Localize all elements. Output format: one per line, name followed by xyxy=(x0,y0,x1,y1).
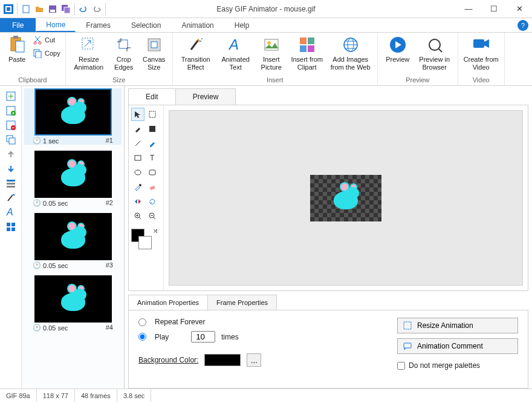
divider xyxy=(17,3,18,15)
canvas-size-button[interactable]: Canvas Size xyxy=(140,34,169,73)
repeat-forever-row[interactable]: Repeat Forever xyxy=(138,318,373,326)
frame-item[interactable]: 🕐0.05 sec#3 xyxy=(24,213,122,269)
tool-fill-rect[interactable] xyxy=(146,122,159,136)
play-times-row[interactable]: Play times xyxy=(138,331,373,342)
tool-brush[interactable] xyxy=(131,122,144,136)
tool-flip[interactable] xyxy=(131,195,144,208)
save-icon[interactable] xyxy=(47,3,59,15)
file-menu[interactable]: File xyxy=(0,18,36,32)
tool-pointer[interactable] xyxy=(131,108,144,121)
resize-animation-button[interactable]: Resize Animation xyxy=(70,34,108,73)
frame-item[interactable]: 🕐0.05 sec#2 xyxy=(24,151,122,207)
svg-rect-3 xyxy=(23,5,29,13)
play-radio[interactable] xyxy=(138,333,146,341)
tool-rotate[interactable] xyxy=(146,195,159,208)
tool-rounded-rect[interactable] xyxy=(146,166,159,179)
undo-icon[interactable] xyxy=(77,3,89,15)
tool-marquee[interactable] xyxy=(146,108,159,121)
tab-frame-properties[interactable]: Frame Properties xyxy=(207,295,277,310)
rail-duplicate-icon[interactable] xyxy=(4,133,18,146)
tool-zoom-in[interactable] xyxy=(131,209,144,223)
bg-color-picker-button[interactable]: ... xyxy=(247,353,261,367)
tool-rect[interactable] xyxy=(131,151,144,165)
animated-text-button[interactable]: AAnimated Text xyxy=(216,34,255,73)
tab-selection[interactable]: Selection xyxy=(121,18,171,32)
preview-button[interactable]: Preview xyxy=(381,34,414,65)
svg-rect-26 xyxy=(300,45,307,52)
frame-item[interactable]: 🕐0.05 sec#4 xyxy=(24,275,122,332)
tool-zoom-out[interactable] xyxy=(146,209,159,223)
animation-comment-button[interactable]: Animation Comment xyxy=(397,338,518,354)
maximize-button[interactable]: ☐ xyxy=(481,1,507,18)
menu-bar: File Home Frames Selection Animation Hel… xyxy=(0,18,532,33)
frame-item[interactable]: 🕐1 sec#1 xyxy=(24,88,122,145)
svg-point-23 xyxy=(267,41,271,45)
tab-preview[interactable]: Preview xyxy=(175,88,236,105)
svg-point-19 xyxy=(200,41,201,42)
svg-rect-48 xyxy=(11,228,15,231)
rail-move-up-icon[interactable] xyxy=(4,148,18,161)
swap-colors-icon[interactable]: ⤭ xyxy=(153,228,158,234)
cut-button[interactable]: Cut xyxy=(31,34,62,46)
new-icon[interactable] xyxy=(20,3,32,15)
color-swatches[interactable]: ⤭ xyxy=(131,229,155,251)
tab-help[interactable]: Help xyxy=(224,18,260,32)
redo-icon[interactable] xyxy=(91,3,103,15)
tab-edit[interactable]: Edit xyxy=(128,88,176,105)
tool-eraser[interactable] xyxy=(146,180,159,194)
tool-text[interactable]: T xyxy=(146,151,159,165)
rail-effects-icon[interactable] xyxy=(4,191,18,205)
tab-animation-properties[interactable]: Animation Properties xyxy=(128,295,208,310)
ribbon-group-clipboard: Paste Cut Copy Clipboard xyxy=(0,33,66,85)
paste-button[interactable]: Paste xyxy=(4,34,30,65)
play-count-input[interactable] xyxy=(191,331,215,342)
tool-pencil[interactable] xyxy=(146,137,159,150)
tab-home[interactable]: Home xyxy=(36,18,76,32)
minimize-button[interactable]: — xyxy=(456,1,481,18)
transition-effect-button[interactable]: Transition Effect xyxy=(177,34,215,73)
close-button[interactable]: ✕ xyxy=(507,1,532,18)
rail-add-frame-icon[interactable] xyxy=(4,90,18,103)
rail-move-down-icon[interactable] xyxy=(4,162,18,175)
svg-point-31 xyxy=(429,39,440,50)
clock-icon: 🕐 xyxy=(33,324,41,332)
svg-rect-46 xyxy=(11,223,15,226)
tab-frames[interactable]: Frames xyxy=(76,18,121,32)
canvas-viewport[interactable] xyxy=(169,110,523,286)
svg-rect-5 xyxy=(50,10,55,12)
create-from-video-button[interactable]: Create from Video xyxy=(462,34,501,73)
preview-browser-button[interactable]: Preview in Browser xyxy=(415,34,454,73)
tab-animation[interactable]: Animation xyxy=(171,18,224,32)
frame-list[interactable]: 🕐1 sec#1 🕐0.05 sec#2 🕐0.05 sec#3 🕐0.05 s… xyxy=(22,86,125,388)
resize-animation-side-button[interactable]: Resize Animation xyxy=(397,318,518,333)
rail-properties-icon[interactable] xyxy=(4,177,18,190)
add-images-web-button[interactable]: Add Images from the Web xyxy=(328,34,374,73)
bg-color-swatch[interactable] xyxy=(204,354,241,366)
clock-icon: 🕐 xyxy=(33,137,41,145)
svg-text:A: A xyxy=(6,207,13,217)
insert-picture-button[interactable]: Insert Picture xyxy=(256,34,287,73)
rail-grid-icon[interactable] xyxy=(4,220,18,234)
tool-line[interactable] xyxy=(131,137,144,150)
bg-color-label: Background Color: xyxy=(138,356,198,364)
help-icon[interactable]: ? xyxy=(517,20,528,31)
clock-icon: 🕐 xyxy=(33,261,41,269)
tool-ellipse[interactable] xyxy=(131,166,144,179)
status-format: GIF 89a xyxy=(0,389,37,402)
tool-eyedropper[interactable] xyxy=(131,180,144,194)
svg-rect-54 xyxy=(149,170,155,175)
insert-clipart-button[interactable]: Insert from Clipart xyxy=(288,34,326,73)
repeat-forever-radio[interactable] xyxy=(138,318,146,326)
copy-button[interactable]: Copy xyxy=(31,47,62,59)
rail-text-icon[interactable]: A xyxy=(4,206,18,219)
rail-insert-frame-icon[interactable] xyxy=(4,104,18,117)
canvas[interactable] xyxy=(310,175,381,221)
status-bar: GIF 89a 118 x 77 48 frames 3.8 sec xyxy=(0,388,532,402)
background-color[interactable] xyxy=(138,236,152,249)
merge-palettes-checkbox[interactable] xyxy=(397,362,405,370)
rail-delete-frame-icon[interactable] xyxy=(4,119,18,132)
svg-rect-49 xyxy=(149,111,155,117)
save-all-icon[interactable] xyxy=(60,3,72,15)
crop-edges-button[interactable]: Crop Edges xyxy=(109,34,138,73)
open-icon[interactable] xyxy=(33,3,45,15)
